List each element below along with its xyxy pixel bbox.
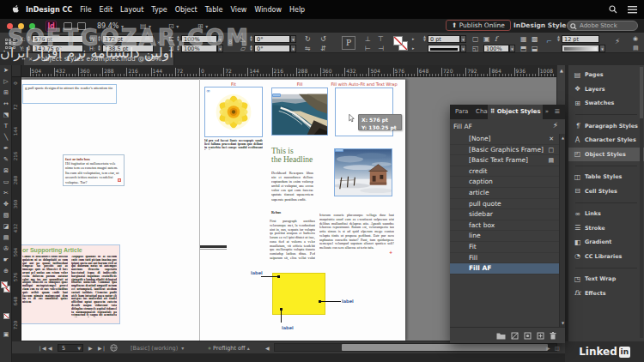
apple-menu-icon[interactable] (12, 5, 19, 14)
spread-view-icon[interactable]: ◫ (555, 345, 560, 351)
link-scale-icon[interactable]: 8 (228, 39, 232, 46)
apply-none-button[interactable] (0, 312, 12, 323)
style-group-folder-icon[interactable] (496, 332, 506, 340)
document-state-dropdown[interactable]: [Basic] (working) ▾ (131, 345, 184, 352)
effects-box2-icon[interactable]: ▣ (483, 35, 490, 43)
close-tab-icon[interactable]: ✕ (28, 53, 33, 65)
content-collector-tool[interactable]: ⬔ (0, 110, 12, 121)
dock-item-stroke[interactable]: ☰Stroke (568, 221, 644, 236)
align-icon-3[interactable]: ⊢ (365, 45, 371, 52)
tab-object-styles[interactable]: ⠿ Object Styles (488, 105, 543, 119)
publish-online-button[interactable]: ⬆︎ Publish Online (446, 20, 511, 31)
clear-attributes-icon[interactable] (524, 332, 532, 340)
gradient-tool[interactable]: ▧ (0, 210, 12, 221)
corner-shape-field[interactable] (562, 45, 599, 52)
horizontal-scrollbar[interactable] (274, 343, 557, 352)
x-position-field[interactable]: 576 pt (32, 35, 83, 43)
dock-item-layers[interactable]: ❖Layers (568, 82, 644, 97)
wrap-none-icon[interactable]: ▦ (520, 35, 527, 43)
type-tool[interactable]: T (0, 121, 12, 132)
reference-point-proxy[interactable] (5, 39, 16, 50)
screen-mode-dropdown[interactable]: ⊡ ▾ (168, 22, 179, 30)
stroke-style-dropdown[interactable]: ▾ (460, 45, 466, 52)
stroke-flyout-icon[interactable]: ▸ (412, 45, 415, 52)
menu-item-type[interactable]: Type (151, 6, 167, 14)
menu-item-edit[interactable]: Edit (100, 6, 113, 14)
style-item-pullquote[interactable]: pull quote (450, 199, 559, 210)
dock-item-table-styles[interactable]: ◫Table Styles (568, 170, 644, 184)
width-field[interactable]: 172 pt (102, 35, 154, 43)
stroke-style-field[interactable] (428, 45, 460, 52)
list-scroll-down-icon[interactable]: ▼ (560, 321, 566, 325)
align-icon-2[interactable]: ⊤ (378, 35, 384, 43)
style-item-caption[interactable]: caption (450, 177, 559, 188)
gradient-feather-tool[interactable]: ◪ (0, 221, 12, 232)
dock-item-gradient[interactable]: ◧Gradient (568, 235, 644, 250)
workspace-switcher[interactable]: InDesign Style ▾ (513, 21, 571, 29)
bridge-icon[interactable] (64, 22, 72, 30)
effects-fx-icon[interactable]: f (495, 35, 497, 43)
align-top-icon[interactable]: ⬒ (520, 45, 527, 52)
zoom-level-dropdown[interactable]: 89.4% ▾ (97, 22, 124, 30)
control-panel-menu-icon[interactable]: ▤ (633, 45, 639, 52)
preflight-menu[interactable]: Preflight off ▴ (208, 345, 250, 352)
rotate-ccw-icon[interactable]: ↺ (320, 35, 326, 43)
rotation-angle-field[interactable]: 0° (254, 35, 290, 43)
window-close-button[interactable] (7, 23, 13, 29)
menu-item-view[interactable]: View (230, 6, 246, 14)
dock-item-paragraph-styles[interactable]: ¶Paragraph Styles (568, 119, 644, 134)
menu-item-table[interactable]: Table (205, 6, 223, 14)
stroke-weight-dropdown[interactable]: ▾ (460, 35, 466, 43)
arrange-documents-dropdown[interactable]: ⊞ ▾ (197, 22, 208, 30)
rotate-cw-icon[interactable]: ↻ (305, 35, 311, 43)
new-style-icon[interactable] (537, 332, 544, 340)
y-position-field[interactable]: 140.75 pt (32, 45, 83, 52)
scroll-left-icon[interactable]: ◀ (265, 345, 270, 351)
style-item-sidebar[interactable]: sidebar (450, 209, 559, 220)
shear-dropdown[interactable]: ▾ (290, 45, 296, 52)
corner-options-icon[interactable]: ⌐ (546, 38, 552, 45)
free-transform-tool[interactable]: ✥ (0, 199, 12, 210)
scale-x-field[interactable]: 100% (181, 35, 217, 43)
menu-item-help[interactable]: Help (289, 6, 305, 14)
height-field[interactable]: 138.5 pt (102, 45, 154, 52)
fact-box-text-frame[interactable]: fact or info box Hil fugitatior ni nullo… (63, 154, 125, 186)
align-icon-1[interactable]: ⊥ (365, 35, 371, 43)
ruler-origin-corner[interactable] (12, 65, 21, 77)
scroll-right-icon[interactable]: ▶ (546, 345, 550, 351)
style-item-factbox[interactable]: fact box (450, 220, 559, 232)
eyedropper-tool[interactable]: ✇ (0, 244, 12, 255)
daffodil-image-frame[interactable]: ∞ (204, 87, 263, 137)
menu-item-object[interactable]: Object (175, 6, 197, 14)
dock-item-text-wrap[interactable]: ◳Text Wrap (568, 272, 644, 287)
pen-tool[interactable]: ✒ (0, 143, 12, 154)
style-list-scrollbar[interactable]: ▲ ▼ (559, 134, 565, 327)
panel-menu-icon[interactable]: ☰ (555, 108, 560, 115)
house-image-frame[interactable] (334, 148, 392, 196)
window-minimize-button[interactable] (18, 23, 24, 29)
scale-y-dropdown[interactable]: ▾ (217, 45, 223, 52)
align-icon-4[interactable]: ⊣ (378, 45, 384, 52)
corner-size-field[interactable]: 12 pt (562, 35, 599, 43)
menu-item-layout[interactable]: Layout (120, 6, 143, 14)
style-item-fill[interactable]: Fill (450, 253, 559, 264)
note-tool[interactable]: ▤ (0, 232, 12, 244)
zoom-tool[interactable]: ⊕ (0, 266, 12, 277)
shear-angle-field[interactable]: 0° (254, 45, 290, 52)
screen-mode-button[interactable]: ▣ (0, 329, 12, 341)
clear-overrides-icon[interactable] (511, 332, 519, 340)
dock-item-cc-libraries[interactable]: ◔CC Libraries (568, 250, 644, 264)
tab-paragraph-styles[interactable]: Para (452, 105, 471, 119)
last-page-button[interactable]: ▶❘ (98, 345, 106, 351)
style-item-fillaf[interactable]: Fill AF (450, 263, 559, 275)
frame-tool[interactable]: ⊠ (0, 166, 12, 177)
select-container-icon[interactable]: P (342, 36, 355, 50)
vertical-ruler[interactable]: 072144216288360432504576648720 (12, 77, 21, 341)
effects-box-icon[interactable]: ▢ (472, 35, 479, 43)
opacity-dropdown[interactable]: ▾ (509, 45, 515, 52)
pull-quote-text-frame[interactable]: g pull quote designed to attract the rea… (22, 84, 117, 104)
quick-apply-icon[interactable]: ⚡︎ (615, 38, 620, 45)
opacity-icon[interactable]: ◱ (472, 45, 479, 52)
align-bottom-icon[interactable]: ⬓ (532, 45, 538, 52)
notification-center-icon[interactable] (628, 6, 637, 14)
